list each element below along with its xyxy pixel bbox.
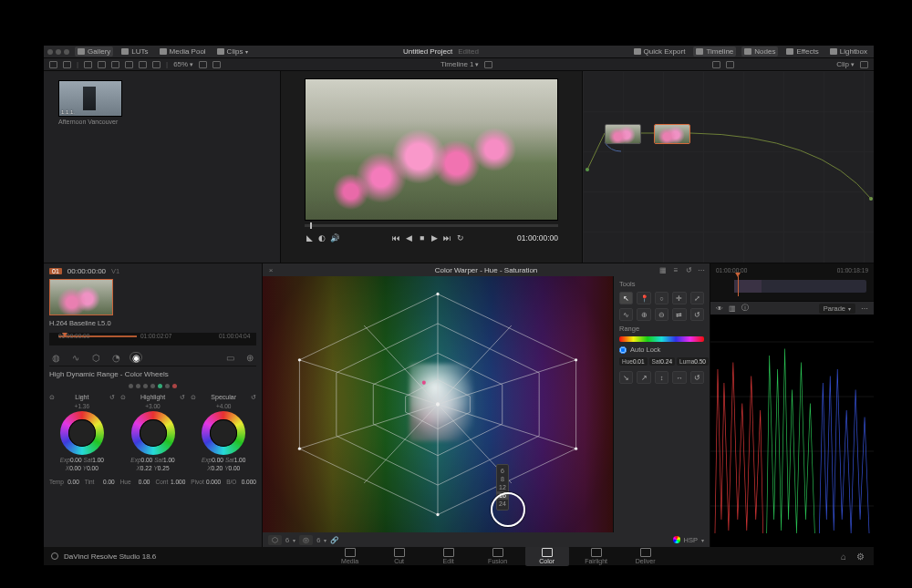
wheel-reset-icon[interactable]: ↺ — [251, 394, 256, 401]
tab-color[interactable]: Color — [525, 546, 569, 566]
node-graph[interactable]: 01 02 — [582, 71, 874, 263]
mute-icon[interactable]: 🔊 — [330, 233, 339, 242]
color-space-label[interactable]: HSP — [684, 536, 698, 544]
scope-info-icon[interactable]: ⓘ — [741, 304, 749, 313]
warper-dock-icon[interactable]: ▦ — [658, 265, 668, 274]
tl-opt-icon[interactable] — [484, 61, 492, 68]
warper-canvas[interactable] — [263, 276, 613, 532]
nodes-opt-icon[interactable] — [860, 61, 868, 68]
clip-dropdown[interactable]: Clip — [836, 60, 855, 68]
axis-3-icon[interactable]: ↕ — [655, 371, 668, 384]
tab-fairlight[interactable]: Fairlight — [575, 546, 618, 566]
tool-pick-icon[interactable]: ✛ — [672, 292, 686, 304]
chevron-down-icon[interactable]: ▾ — [701, 537, 704, 543]
autolock-toggle[interactable]: Auto Lock — [619, 346, 704, 354]
highlight-icon[interactable] — [111, 61, 119, 68]
loop-button[interactable]: ↻ — [456, 233, 465, 242]
nodes-toggle[interactable]: Nodes — [741, 46, 778, 57]
refresh-icon[interactable] — [726, 61, 734, 68]
go-start-button[interactable]: ⏮ — [392, 233, 401, 242]
warper-reset-icon[interactable]: ↺ — [684, 265, 693, 274]
palette-curves-icon[interactable]: ∿ — [69, 352, 82, 363]
autolock-radio[interactable] — [619, 346, 627, 354]
media-pool-toggle[interactable]: Media Pool — [157, 46, 209, 57]
viewer-image[interactable] — [305, 78, 558, 221]
palette-warper-icon[interactable]: ⬡ — [89, 352, 102, 363]
clips-toggle[interactable]: Clips▾ — [214, 46, 252, 57]
wheel-light-wheel[interactable] — [60, 411, 104, 455]
scope-view-icon[interactable]: 👁 — [716, 304, 723, 313]
tool-convert-icon[interactable]: ⇄ — [672, 308, 686, 321]
wheel-highlight-wheel[interactable] — [131, 411, 175, 455]
warper-more-icon[interactable]: ⋯ — [697, 265, 706, 274]
sat-res-value[interactable]: 6 — [316, 536, 320, 544]
timeline-dropdown[interactable]: Timeline 1 — [440, 60, 480, 68]
close-dot[interactable] — [47, 49, 53, 55]
stop-button[interactable]: ■ — [418, 233, 427, 242]
scope-hist-icon[interactable]: ▥ — [729, 304, 736, 313]
sat-res-icon[interactable]: ◎ — [299, 535, 313, 545]
warper-list-icon[interactable]: ≡ — [671, 265, 680, 274]
viewer-timecode[interactable]: 01:00:00:00 — [517, 233, 558, 242]
color-space-icon[interactable] — [673, 536, 680, 543]
settings-icon[interactable]: ⚙ — [855, 552, 865, 561]
step-back-button[interactable]: ◀ — [405, 233, 414, 242]
tool-draw-icon[interactable]: ○ — [655, 292, 668, 304]
parade-scope[interactable] — [710, 315, 874, 547]
more-1-icon[interactable] — [152, 61, 161, 68]
lightbox-toggle[interactable]: Lightbox — [827, 46, 870, 57]
chevron-down-icon[interactable]: ▾ — [293, 537, 295, 543]
tab-media[interactable]: Media — [328, 546, 372, 566]
scope-mode-dropdown[interactable]: Parade▾ — [819, 304, 855, 314]
node-01[interactable]: 01 — [605, 124, 641, 144]
picker-icon[interactable]: ◣ — [305, 233, 314, 242]
wheel-reset-icon[interactable]: ↺ — [180, 394, 185, 401]
max-dot[interactable] — [64, 49, 69, 55]
viewer-scrubber[interactable] — [305, 224, 558, 227]
wheel-toggle-icon[interactable]: ⊙ — [49, 394, 55, 401]
palette-track-icon[interactable]: ⊕ — [244, 352, 256, 363]
link-icon[interactable]: 🔗 — [330, 536, 338, 544]
timeline-toggle[interactable]: Timeline — [693, 46, 736, 57]
tool-pin-icon[interactable]: 📍 — [637, 292, 650, 304]
grid-icon[interactable] — [84, 61, 92, 68]
scope-more-icon[interactable]: ⋯ — [861, 304, 868, 313]
palette-primary-icon[interactable]: ◍ — [49, 352, 62, 363]
axis-4-icon[interactable]: ↔ — [672, 371, 686, 384]
axis-2-icon[interactable]: ↗ — [637, 371, 650, 384]
tool-dec-icon[interactable]: ⊖ — [655, 308, 668, 321]
node-02[interactable]: 02 — [654, 124, 690, 144]
wheel-specular-wheel[interactable] — [202, 411, 245, 455]
tab-fusion[interactable]: Fusion — [476, 546, 520, 566]
tool-select-icon[interactable]: ↖ — [619, 292, 633, 304]
warper-close-icon[interactable]: × — [266, 265, 275, 274]
wheel-toggle-icon[interactable]: ⊙ — [120, 394, 126, 401]
hue-res-icon[interactable]: ⬡ — [268, 535, 282, 545]
timeline-clip[interactable] — [734, 280, 866, 293]
axis-1-icon[interactable]: ↘ — [619, 371, 633, 384]
tab-deliver[interactable]: Deliver — [624, 546, 668, 566]
palette-window-icon[interactable]: ▭ — [223, 352, 236, 363]
tab-edit[interactable]: Edit — [427, 546, 471, 566]
fit-icon[interactable] — [199, 61, 207, 68]
chevron-down-icon[interactable]: ▾ — [324, 537, 326, 543]
wheel-zone-dots[interactable] — [49, 382, 256, 390]
wheel-toggle-icon[interactable]: ⊙ — [191, 394, 196, 401]
timeline-strip[interactable]: 01:00:00:00 01:00:18:19 — [710, 263, 874, 302]
wheel-reset-icon[interactable]: ↺ — [109, 394, 115, 401]
view-mode-1-icon[interactable] — [49, 61, 57, 68]
resolution-popup[interactable]: 6 8 12 16 24 — [496, 464, 509, 511]
gallery-still[interactable]: 1.1.1. — [58, 80, 122, 117]
clip-thumb[interactable] — [49, 279, 113, 315]
effects-toggle[interactable]: Effects — [783, 46, 821, 57]
go-end-button[interactable]: ⏭ — [443, 233, 452, 242]
warper-mesh[interactable] — [263, 276, 613, 532]
palette-hdr-icon[interactable]: ◉ — [130, 352, 142, 363]
home-icon[interactable]: ⌂ — [839, 552, 848, 561]
tool-smooth-icon[interactable]: ∿ — [619, 308, 633, 321]
gallery-toggle[interactable]: Gallery — [75, 46, 113, 57]
timeline-playhead[interactable] — [738, 276, 739, 296]
axis-reset-icon[interactable]: ↺ — [690, 371, 704, 384]
qualifier-icon[interactable] — [125, 61, 133, 68]
zoom-dropdown[interactable]: 65% — [173, 60, 193, 68]
